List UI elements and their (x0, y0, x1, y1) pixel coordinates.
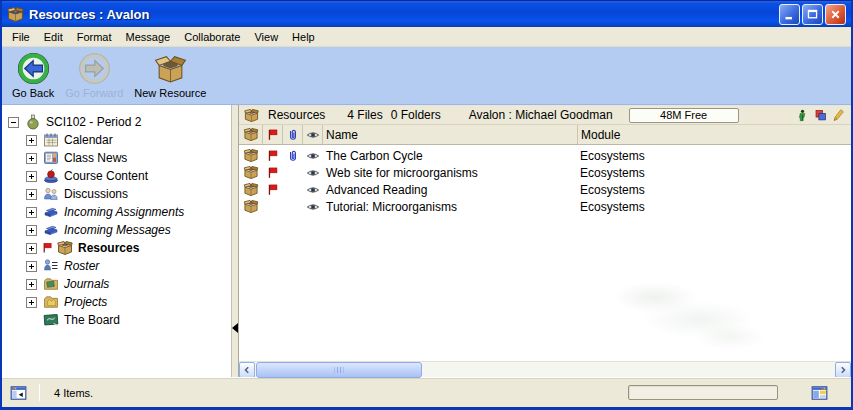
tree-item-label[interactable]: Calendar (64, 133, 113, 147)
file-name[interactable]: Tutorial: Microorganisms (323, 200, 577, 214)
tree-item-discussions[interactable]: Discussions (2, 185, 231, 203)
file-module[interactable]: Ecosystems (577, 149, 851, 163)
resources-pane: Resources 4 Files 0 Folders Avalon : Mic… (239, 105, 851, 377)
column-name[interactable]: Name (323, 125, 577, 144)
expand-plus-icon[interactable] (26, 243, 37, 254)
column-visibility[interactable] (303, 125, 323, 144)
file-name[interactable]: Web site for microorganisms (323, 166, 577, 180)
expand-plus-icon[interactable] (26, 207, 37, 218)
tree-item-label[interactable]: Resources (78, 241, 139, 255)
toggle-left-panel-button[interactable] (9, 384, 28, 402)
tree-item-incoming-messages[interactable]: Incoming Messages (2, 221, 231, 239)
menu-help[interactable]: Help (285, 28, 322, 46)
file-row[interactable]: Web site for microorganisms Ecosystems (239, 164, 851, 181)
file-row[interactable]: The Carbon Cycle Ecosystems (239, 147, 851, 164)
eye-icon[interactable] (306, 149, 320, 163)
statusbar: 4 Items. (2, 377, 851, 407)
file-module[interactable]: Ecosystems (577, 183, 851, 197)
column-module[interactable]: Module (577, 125, 851, 144)
tree-item-roster[interactable]: Roster (2, 257, 231, 275)
tree-item-projects[interactable]: Projects (2, 293, 231, 311)
scrollbar-track[interactable] (255, 362, 835, 377)
menu-edit[interactable]: Edit (37, 28, 70, 46)
file-name[interactable]: The Carbon Cycle (323, 149, 577, 163)
eye-icon[interactable] (306, 166, 320, 180)
scroll-left-button[interactable] (239, 362, 255, 378)
tree-root-sci102[interactable]: SCI102 - Period 2 (2, 113, 231, 131)
go-back-button[interactable]: Go Back (7, 50, 59, 101)
tree-item-course-content[interactable]: Course Content (2, 167, 231, 185)
close-button[interactable] (825, 4, 846, 25)
tree-item-class-news[interactable]: Class News (2, 149, 231, 167)
go-forward-button[interactable]: Go Forward (60, 50, 128, 101)
maximize-button[interactable] (802, 4, 823, 25)
tree-item-label[interactable]: Journals (64, 277, 109, 291)
free-space-label: 48M Free (660, 109, 707, 121)
flag-icon (266, 183, 280, 197)
expand-plus-icon[interactable] (26, 225, 37, 236)
tree-item-label[interactable]: Discussions (64, 187, 128, 201)
pencil-icon[interactable] (832, 108, 845, 122)
tree-item-label[interactable]: Course Content (64, 169, 148, 183)
scrollbar-thumb[interactable] (256, 362, 422, 378)
expand-plus-icon[interactable] (26, 297, 37, 308)
go-back-icon (17, 52, 50, 85)
tree-item-journals[interactable]: Journals (2, 275, 231, 293)
squares-icon[interactable] (814, 108, 827, 122)
tree-item-the-board[interactable]: The Board (2, 311, 231, 329)
expand-plus-icon[interactable] (26, 261, 37, 272)
tree-root-label[interactable]: SCI102 - Period 2 (46, 115, 141, 129)
tree-item-calendar[interactable]: Calendar (2, 131, 231, 149)
maximize-icon (806, 8, 819, 21)
column-flag[interactable] (263, 125, 283, 144)
expand-plus-icon[interactable] (26, 189, 37, 200)
journal-folder-icon (43, 276, 59, 292)
expand-plus-icon[interactable] (26, 171, 37, 182)
menu-collaborate[interactable]: Collaborate (177, 28, 247, 46)
file-module[interactable]: Ecosystems (577, 200, 851, 214)
eye-icon[interactable] (306, 200, 320, 214)
collapse-pane-icon[interactable] (232, 323, 238, 333)
open-box-icon (243, 148, 259, 163)
files-count: 4 Files (347, 108, 382, 122)
books-apple-icon (43, 168, 59, 184)
scroll-right-button[interactable] (835, 362, 851, 378)
tree-item-resources[interactable]: Resources (2, 239, 231, 257)
tree-item-label[interactable]: The Board (64, 313, 120, 327)
person-icon[interactable] (796, 108, 809, 122)
tree-item-label[interactable]: Roster (64, 259, 99, 273)
menu-file[interactable]: File (5, 28, 37, 46)
account-label: Avalon : Michael Goodman (469, 108, 613, 122)
column-type[interactable] (239, 125, 263, 144)
new-resource-button[interactable]: New Resource (129, 50, 211, 101)
chalkboard-icon (43, 312, 59, 328)
chevron-left-icon (242, 365, 252, 375)
minimize-button[interactable] (779, 4, 800, 25)
column-attachment[interactable] (283, 125, 303, 144)
menu-format[interactable]: Format (70, 28, 119, 46)
tree-item-incoming-assignments[interactable]: Incoming Assignments (2, 203, 231, 221)
pane-title: Resources (268, 108, 325, 122)
pane-splitter[interactable] (232, 105, 239, 377)
new-resource-label: New Resource (134, 87, 206, 99)
collapse-expander-icon[interactable] (8, 117, 19, 128)
file-module[interactable]: Ecosystems (577, 166, 851, 180)
menubar: File Edit Format Message Collaborate Vie… (2, 27, 851, 47)
tree-item-label[interactable]: Class News (64, 151, 127, 165)
tree-item-label[interactable]: Incoming Messages (64, 223, 171, 237)
file-row[interactable]: Tutorial: Microorganisms Ecosystems (239, 198, 851, 215)
file-row[interactable]: Advanced Reading Ecosystems (239, 181, 851, 198)
expand-plus-icon[interactable] (26, 153, 37, 164)
menu-message[interactable]: Message (119, 28, 178, 46)
eye-icon (306, 128, 320, 142)
tree-item-label[interactable]: Projects (64, 295, 107, 309)
toggle-right-panel-button[interactable] (810, 384, 829, 402)
expand-plus-icon[interactable] (26, 135, 37, 146)
horizontal-scrollbar[interactable] (239, 361, 851, 377)
chevron-right-icon (838, 365, 848, 375)
expand-plus-icon[interactable] (26, 279, 37, 290)
file-name[interactable]: Advanced Reading (323, 183, 577, 197)
tree-item-label[interactable]: Incoming Assignments (64, 205, 184, 219)
menu-view[interactable]: View (247, 28, 285, 46)
eye-icon[interactable] (306, 183, 320, 197)
